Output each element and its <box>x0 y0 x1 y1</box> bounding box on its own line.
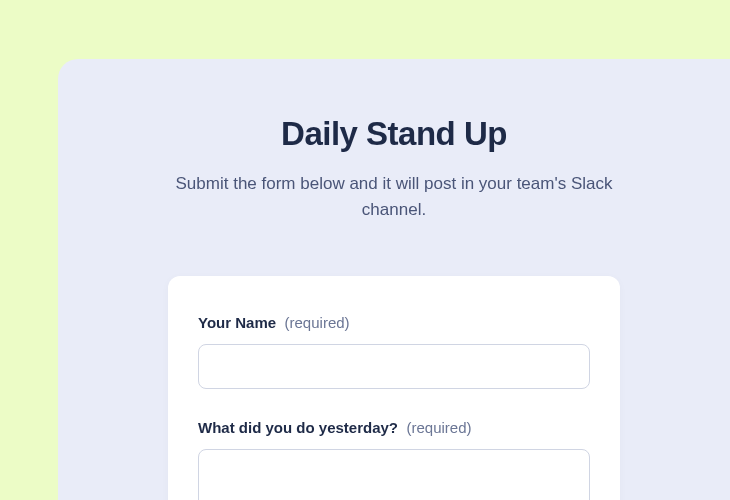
field-group-name: Your Name (required) <box>198 314 590 389</box>
name-required-text: (required) <box>285 314 350 331</box>
form-card: Your Name (required) What did you do yes… <box>168 276 620 500</box>
yesterday-field-label: What did you do yesterday? <box>198 419 398 436</box>
yesterday-textarea[interactable] <box>198 449 590 500</box>
form-panel: Daily Stand Up Submit the form below and… <box>58 59 730 500</box>
yesterday-required-text: (required) <box>406 419 471 436</box>
form-header: Daily Stand Up Submit the form below and… <box>118 115 670 222</box>
name-input[interactable] <box>198 344 590 389</box>
name-field-label: Your Name <box>198 314 276 331</box>
form-subtitle: Submit the form below and it will post i… <box>159 171 629 222</box>
field-label-row: What did you do yesterday? (required) <box>198 419 590 437</box>
form-title: Daily Stand Up <box>118 115 670 153</box>
field-group-yesterday: What did you do yesterday? (required) <box>198 419 590 500</box>
field-label-row: Your Name (required) <box>198 314 590 332</box>
